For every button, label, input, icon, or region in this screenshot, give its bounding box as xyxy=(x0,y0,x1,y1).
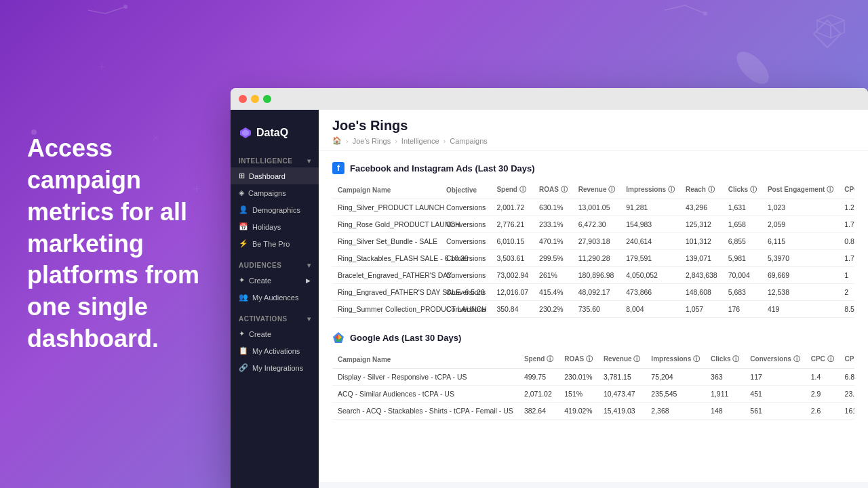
g-col-spend: Spend ⓘ xyxy=(519,350,559,369)
svg-line-12 xyxy=(685,5,705,14)
fb-col-objective: Objective xyxy=(441,181,491,199)
fb-col-post-engagement: Post Engagement ⓘ xyxy=(762,181,839,199)
google-section-header: Google Ads (Last 30 Days) xyxy=(332,331,854,344)
g-col-name: Campaign Name xyxy=(332,350,519,369)
table-row: Ring_Silver Set_Bundle - SALEConversions… xyxy=(332,233,854,250)
fb-col-name: Campaign Name xyxy=(332,181,441,199)
fb-col-impressions: Impressions ⓘ xyxy=(620,181,680,199)
table-row: ACQ - Similar Audiences - tCPA - US2,071… xyxy=(332,386,854,403)
facebook-section: f Facebook and Instagram Ads (Last 30 Da… xyxy=(332,162,854,318)
facebook-section-header: f Facebook and Instagram Ads (Last 30 Da… xyxy=(332,162,854,174)
sidebar-item-create-activations[interactable]: ✦ Create xyxy=(231,325,319,342)
google-table-container[interactable]: Campaign Name Spend ⓘ ROAS ⓘ Revenue ⓘ I… xyxy=(332,350,854,420)
fb-col-roas: ROAS ⓘ xyxy=(534,181,573,199)
facebook-section-title: Facebook and Instagram Ads (Last 30 Days… xyxy=(350,163,535,174)
sidebar-section-activations-header: Activations ▾ xyxy=(231,311,319,325)
browser-window: DataQ Intelligence ▾ ⊞ Dashboard ◈ Campa… xyxy=(231,88,868,488)
sidebar-section-audiences-header: Audiences ▾ xyxy=(231,258,319,272)
browser-dot-yellow[interactable] xyxy=(251,95,259,103)
sidebar-item-create-audiences[interactable]: ✦ Create ▶ xyxy=(231,272,319,289)
g-col-cpc: CPC ⓘ xyxy=(806,350,840,369)
page-title: Joe's Rings xyxy=(332,118,854,134)
dashboard-icon: ⊞ xyxy=(239,171,245,180)
g-col-revenue: Revenue ⓘ xyxy=(598,350,646,369)
g-col-clicks: Clicks ⓘ xyxy=(705,350,745,369)
table-row: Ring_Engraved_FATHER'S DAY SALE- 6.5.20C… xyxy=(332,284,854,301)
fb-col-cpc: CPC ⓘ xyxy=(839,181,854,199)
table-row: Ring_Rose Gold_PRODUCT LAUNCHConversions… xyxy=(332,216,854,233)
google-table: Campaign Name Spend ⓘ ROAS ⓘ Revenue ⓘ I… xyxy=(332,350,854,420)
my-audiences-icon: 👥 xyxy=(239,293,248,302)
create-audiences-icon: ✦ xyxy=(239,276,245,285)
my-integrations-icon: 🔗 xyxy=(239,363,248,372)
google-section-title: Google Ads (Last 30 Days) xyxy=(350,333,461,343)
left-panel: Access campaign metrics for all marketin… xyxy=(0,0,231,488)
sidebar-section-intelligence: Intelligence ▾ ⊞ Dashboard ◈ Campaigns 👤… xyxy=(231,150,319,255)
hero-headline: Access campaign metrics for all marketin… xyxy=(27,133,203,355)
facebook-table-container[interactable]: Campaign Name Objective Spend ⓘ ROAS ⓘ R… xyxy=(332,181,854,318)
browser-body: DataQ Intelligence ▾ ⊞ Dashboard ◈ Campa… xyxy=(231,110,868,488)
svg-marker-17 xyxy=(831,20,844,38)
sidebar-section-activations: Activations ▾ ✦ Create 📋 My Activations … xyxy=(231,308,319,379)
main-header: Joe's Rings 🏠 › Joe's Rings › Intelligen… xyxy=(319,110,868,151)
breadcrumb-campaigns: Campaigns xyxy=(450,137,488,145)
g-col-cpm: CPM ⓘ xyxy=(840,350,854,369)
g-col-conversions: Conversions ⓘ xyxy=(745,350,805,369)
browser-chrome xyxy=(231,88,868,110)
sidebar-item-demographics[interactable]: 👤 Demographics xyxy=(231,201,319,218)
main-content: Joe's Rings 🏠 › Joe's Rings › Intelligen… xyxy=(319,110,868,488)
sidebar-item-my-activations[interactable]: 📋 My Activations xyxy=(231,342,319,359)
create-activations-icon: ✦ xyxy=(239,329,245,338)
campaigns-icon: ◈ xyxy=(239,188,244,197)
sidebar-item-my-audiences[interactable]: 👥 My Audiences xyxy=(231,289,319,306)
breadcrumb: 🏠 › Joe's Rings › Intelligence › Campaig… xyxy=(332,136,854,145)
holidays-icon: 📅 xyxy=(239,222,248,231)
g-col-impressions: Impressions ⓘ xyxy=(646,350,705,369)
breadcrumb-home-icon: 🏠 xyxy=(332,136,342,145)
sidebar-item-my-integrations[interactable]: 🔗 My Integrations xyxy=(231,359,319,376)
table-row: Search - ACQ - Stackables - Shirts - tCP… xyxy=(332,403,854,420)
sidebar-section-intelligence-header: Intelligence ▾ xyxy=(231,153,319,167)
sidebar-item-campaigns[interactable]: ◈ Campaigns xyxy=(231,184,319,201)
google-section: Google Ads (Last 30 Days) Campaign Name … xyxy=(332,331,854,420)
svg-line-11 xyxy=(665,5,685,10)
sidebar-section-audiences: Audiences ▾ ✦ Create ▶ 👥 My Audiences xyxy=(231,255,319,308)
breadcrumb-joes-rings: Joe's Rings xyxy=(353,137,391,145)
sidebar-item-dashboard[interactable]: ⊞ Dashboard xyxy=(231,167,319,184)
browser-dot-red[interactable] xyxy=(239,95,247,103)
my-activations-icon: 📋 xyxy=(239,346,248,355)
sidebar-item-holidays[interactable]: 📅 Holidays xyxy=(231,218,319,235)
g-col-roas: ROAS ⓘ xyxy=(559,350,598,369)
table-row: Ring_Stackables_FLASH SALE - 6.10.20Conv… xyxy=(332,250,854,267)
table-row: Ring_Silver_PRODUCT LAUNCHConversions2,0… xyxy=(332,199,854,216)
google-ads-icon xyxy=(332,331,344,344)
fb-col-clicks: Clicks ⓘ xyxy=(723,181,762,199)
table-row: Display - Silver - Responsive - tCPA - U… xyxy=(332,369,854,386)
facebook-table: Campaign Name Objective Spend ⓘ ROAS ⓘ R… xyxy=(332,181,854,318)
svg-point-13 xyxy=(703,12,707,16)
google-table-header-row: Campaign Name Spend ⓘ ROAS ⓘ Revenue ⓘ I… xyxy=(332,350,854,369)
fb-col-spend: Spend ⓘ xyxy=(491,181,534,199)
fb-col-revenue: Revenue ⓘ xyxy=(573,181,620,199)
demographics-icon: 👤 xyxy=(239,205,248,214)
facebook-icon: f xyxy=(332,162,344,174)
facebook-table-header-row: Campaign Name Objective Spend ⓘ ROAS ⓘ R… xyxy=(332,181,854,199)
table-row: Ring_Summer Collection_PRODUCT LAUNCHCon… xyxy=(332,301,854,318)
sidebar-item-be-the-pro[interactable]: ⚡ Be The Pro xyxy=(231,235,319,252)
table-row: Bracelet_Engraved_FATHER'S DAY...Convers… xyxy=(332,267,854,284)
browser-dot-green[interactable] xyxy=(263,95,271,103)
fb-col-reach: Reach ⓘ xyxy=(680,181,723,199)
breadcrumb-intelligence: Intelligence xyxy=(401,137,439,145)
dataq-logo-icon xyxy=(239,126,252,140)
sidebar: DataQ Intelligence ▾ ⊞ Dashboard ◈ Campa… xyxy=(231,110,319,488)
sidebar-logo: DataQ xyxy=(231,121,319,150)
pro-icon: ⚡ xyxy=(239,239,248,248)
sidebar-logo-text: DataQ xyxy=(256,127,288,139)
svg-point-8 xyxy=(731,46,774,89)
main-body: f Facebook and Instagram Ads (Last 30 Da… xyxy=(319,151,868,482)
